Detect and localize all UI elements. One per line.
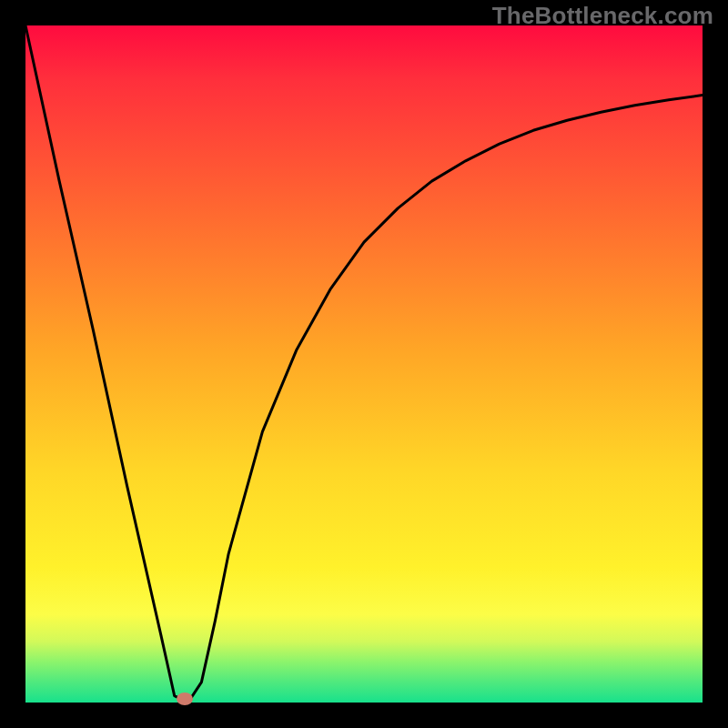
plot-area [25,25,703,703]
bottleneck-curve [25,25,703,703]
chart-frame: TheBottleneck.com [0,0,728,728]
optimum-marker [177,693,193,705]
